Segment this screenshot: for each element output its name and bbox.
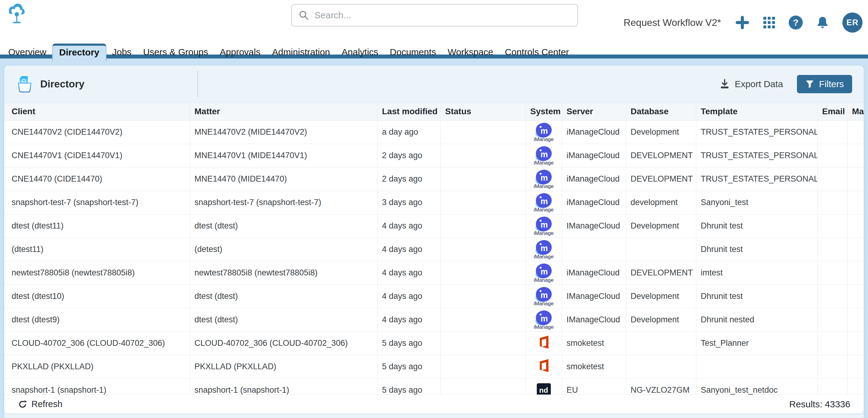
cell-database <box>626 238 696 261</box>
column-header-email[interactable]: Email <box>817 103 847 120</box>
column-header-database[interactable]: Database <box>626 103 696 120</box>
cell-database <box>626 355 696 378</box>
column-header-client[interactable]: Client <box>4 103 190 120</box>
cell-email <box>817 332 847 355</box>
cell-last-modified: a day ago <box>377 120 440 144</box>
table-row[interactable]: dtest (dtest9) dtest (dtest) 4 days ago … <box>4 308 864 332</box>
tab-directory[interactable]: Directory <box>52 43 106 62</box>
svg-text:m: m <box>540 314 548 323</box>
add-button[interactable] <box>735 15 750 30</box>
cell-matter: newtest78805i8 (newtest78805i8) <box>190 261 377 285</box>
cell-status <box>440 167 526 191</box>
help-icon[interactable]: ? <box>789 15 803 30</box>
cell-system: m iManage <box>526 191 562 214</box>
table-row[interactable]: CNE14470V1 (CIDE14470V1) MNE14470V1 (MID… <box>4 144 864 167</box>
cell-client: dtest (dtest10) <box>4 285 190 308</box>
export-data-button[interactable]: Export Data <box>719 79 783 90</box>
cell-status <box>440 120 526 144</box>
tab-approvals[interactable]: Approvals <box>214 47 266 57</box>
cell-server: iManageCloud <box>562 120 626 144</box>
cell-client: dtest (dtest9) <box>4 308 190 332</box>
table-row[interactable]: snapshort-1 (snapshort-1) snapshort-1 (s… <box>4 378 864 394</box>
imanage-caption: iManage <box>534 254 554 259</box>
tab-workspace[interactable]: Workspace <box>442 47 499 57</box>
column-header-server[interactable]: Server <box>562 103 626 120</box>
search-input[interactable] <box>314 10 577 21</box>
refresh-button[interactable]: Refresh <box>18 399 63 409</box>
table-row[interactable]: dtest (dtest11) dtest (dtest) 4 days ago… <box>4 214 864 238</box>
column-header-system[interactable]: System <box>526 103 562 120</box>
cell-status <box>440 238 526 261</box>
filters-button[interactable]: Filters <box>797 75 852 93</box>
column-header-matter[interactable]: Matter <box>190 103 377 120</box>
cell-last-modified: 2 days ago <box>377 167 440 191</box>
cell-database <box>626 332 696 355</box>
export-data-label: Export Data <box>735 79 783 89</box>
cell-server: IManageCloud <box>562 308 626 332</box>
cell-template: Dhrunit test <box>696 285 817 308</box>
cell-template: TRUST_ESTATES_PERSONAL <box>696 144 817 167</box>
tab-administration[interactable]: Administration <box>266 47 336 57</box>
cell-last-modified: 4 days ago <box>377 261 440 285</box>
tab-overview[interactable]: Overview <box>2 47 52 57</box>
column-header-template[interactable]: Template <box>696 103 817 120</box>
table-row[interactable]: snapshort-test-7 (snapshort-test-7) snap… <box>4 191 864 214</box>
table-row[interactable]: (dtest11) (detest) 4 days ago m iManage … <box>4 238 864 261</box>
svg-text:m: m <box>540 244 548 253</box>
table-row[interactable]: dtest (dtest10) dtest (dtest) 4 days ago… <box>4 285 864 308</box>
tab-users-groups[interactable]: Users & Groups <box>137 47 214 57</box>
cell-client: dtest (dtest11) <box>4 214 190 238</box>
cell-client: CNE14470V2 (CIDE14470V2) <box>4 120 190 144</box>
table-row[interactable]: CNE14470V2 (CIDE14470V2) MNE14470V2 (MID… <box>4 120 864 144</box>
cell-last-modified: 5 days ago <box>377 378 440 394</box>
netdocuments-icon: nd <box>537 383 551 395</box>
notifications-button[interactable] <box>815 15 830 30</box>
cell-system: m iManage <box>526 120 562 144</box>
cell-system: m iManage <box>526 167 562 191</box>
cell-mat <box>847 355 864 378</box>
cell-last-modified: 2 days ago <box>377 144 440 167</box>
cell-status <box>440 191 526 214</box>
cell-database: DEVELOPMENT <box>626 261 696 285</box>
context-label: Request Workflow V2* <box>623 17 721 28</box>
svg-text:m: m <box>540 150 548 159</box>
cell-mat <box>847 238 864 261</box>
panel-header: Directory Export Data Filters <box>4 66 864 103</box>
avatar[interactable]: ER <box>842 12 863 33</box>
table-row[interactable]: newtest78805i8 (newtest78805i8) newtest7… <box>4 261 864 285</box>
cell-server <box>562 238 626 261</box>
cell-server: smoketest <box>562 332 626 355</box>
cell-database: Development <box>626 285 696 308</box>
tab-documents[interactable]: Documents <box>384 47 442 57</box>
cell-template: imtest <box>696 261 817 285</box>
cell-status <box>440 308 526 332</box>
cell-status <box>440 332 526 355</box>
app-logo[interactable] <box>7 3 27 27</box>
cell-template: Dhrunit nested <box>696 308 817 332</box>
apps-button[interactable] <box>763 16 776 29</box>
table-row[interactable]: CNE14470 (CIDE14470) MNE14470 (MIDE14470… <box>4 167 864 191</box>
tab-jobs[interactable]: Jobs <box>106 47 137 57</box>
svg-text:m: m <box>540 267 548 276</box>
cell-mat <box>847 191 864 214</box>
imanage-icon: m iManage <box>534 193 554 212</box>
cell-system: m iManage <box>526 238 562 261</box>
cell-database: Development <box>626 120 696 144</box>
cell-system: m iManage <box>526 144 562 167</box>
cell-last-modified: 4 days ago <box>377 285 440 308</box>
table-row[interactable]: PKXLLAD (PKXLLAD) PKXLLAD (PKXLLAD) 5 da… <box>4 355 864 378</box>
cell-system: m iManage <box>526 214 562 238</box>
svg-text:m: m <box>540 291 548 300</box>
tab-analytics[interactable]: Analytics <box>336 47 384 57</box>
cell-mat <box>847 167 864 191</box>
cell-database: NG-VZLO27GM <box>626 378 696 394</box>
imanage-icon: m iManage <box>534 146 554 166</box>
table-row[interactable]: CLOUD-40702_306 (CLOUD-40702_306) CLOUD-… <box>4 332 864 355</box>
cell-matter: dtest (dtest) <box>190 308 377 332</box>
imanage-icon: m iManage <box>534 310 554 329</box>
column-header-last-modified[interactable]: Last modified <box>377 103 440 120</box>
cell-server: IManageCloud <box>562 285 626 308</box>
column-header-status[interactable]: Status <box>440 103 526 120</box>
column-header-mat[interactable]: Mat <box>847 103 864 120</box>
tab-controls-center[interactable]: Controls Center <box>499 47 575 57</box>
